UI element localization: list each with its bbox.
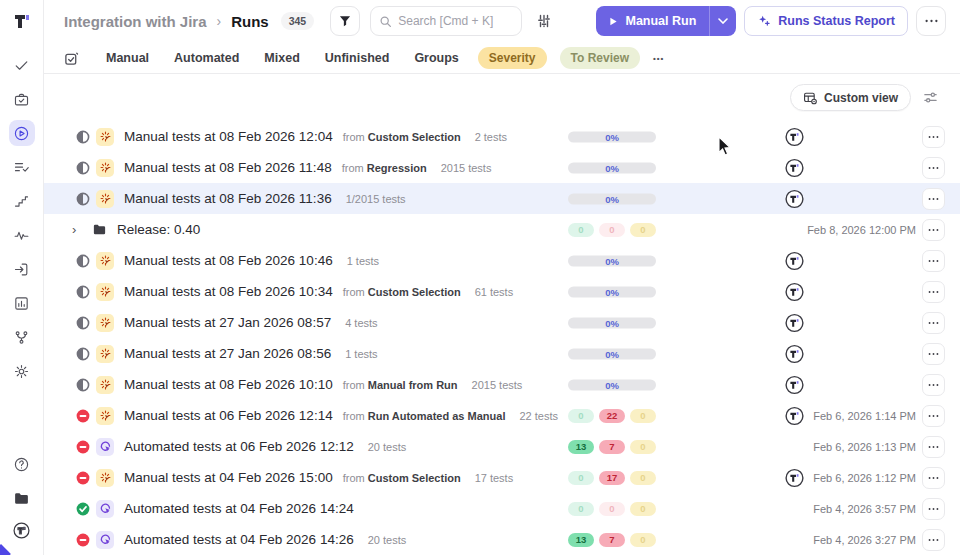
row-menu-button[interactable] — [922, 157, 945, 179]
run-row[interactable]: Manual tests at 04 Feb 2026 15:00from Cu… — [44, 462, 960, 493]
progress-bar: 0% — [568, 131, 656, 142]
help-circle-icon — [13, 456, 30, 473]
gear-icon — [13, 363, 30, 380]
user-avatar[interactable] — [9, 517, 35, 543]
filter-to-review[interactable]: To Review — [560, 47, 640, 69]
assignee-avatar — [785, 375, 804, 394]
assignee-avatar — [785, 344, 804, 363]
filter-button[interactable] — [330, 6, 360, 36]
row-menu-button[interactable] — [922, 219, 945, 241]
run-row[interactable]: Manual tests at 08 Feb 2026 12:04from Cu… — [44, 121, 960, 152]
sidebar-item-settings[interactable] — [9, 358, 35, 384]
row-menu-button[interactable] — [922, 529, 945, 551]
row-menu-button[interactable] — [922, 436, 945, 458]
tab-automated[interactable]: Automated — [168, 47, 245, 69]
tab-manual[interactable]: Manual — [100, 47, 155, 69]
stairs-icon — [13, 193, 30, 210]
ellipsis-icon — [928, 445, 939, 449]
tab-unfinished[interactable]: Unfinished — [319, 47, 396, 69]
sidebar-item-tests[interactable] — [9, 52, 35, 78]
ellipsis-icon — [928, 352, 939, 356]
sidebar-item-analytics[interactable] — [9, 222, 35, 248]
run-title: Automated tests at 04 Feb 2026 14:24 — [124, 501, 354, 516]
green-count-pill: 0 — [568, 471, 594, 485]
run-row[interactable]: Manual tests at 27 Jan 2026 08:574 tests… — [44, 307, 960, 338]
sidebar-item-branches[interactable] — [9, 324, 35, 350]
sliders-icon[interactable] — [923, 90, 938, 105]
assignee-avatar — [785, 406, 804, 425]
search-box[interactable] — [370, 6, 522, 36]
tests-count: 4 tests — [345, 317, 377, 329]
run-row[interactable]: Automated tests at 04 Feb 2026 14:2620 t… — [44, 524, 960, 555]
runs-status-report-button[interactable]: Runs Status Report — [744, 6, 908, 36]
row-menu-button[interactable] — [922, 312, 945, 334]
green-count-pill: 0 — [568, 223, 594, 237]
search-icon — [379, 15, 392, 28]
row-menu-button[interactable] — [922, 467, 945, 489]
green-count-pill: 0 — [568, 502, 594, 516]
run-row[interactable]: Manual tests at 08 Feb 2026 11:361/2015 … — [44, 183, 960, 214]
ellipsis-icon — [928, 476, 939, 480]
select-all-icon[interactable] — [64, 51, 79, 66]
progress-bar: 0% — [568, 379, 656, 390]
row-menu-button[interactable] — [922, 188, 945, 210]
header-more-button[interactable] — [916, 6, 946, 36]
run-results: 1370 — [568, 533, 656, 547]
run-row[interactable]: Manual tests at 08 Feb 2026 10:461 tests… — [44, 245, 960, 276]
breadcrumb-page-title: Runs — [231, 13, 269, 30]
row-menu-button[interactable] — [922, 281, 945, 303]
run-row[interactable]: Manual tests at 27 Jan 2026 08:561 tests… — [44, 338, 960, 369]
status-failed-icon — [76, 409, 90, 423]
tests-count: 1 tests — [345, 348, 377, 360]
run-row[interactable]: Manual tests at 08 Feb 2026 10:34from Cu… — [44, 276, 960, 307]
run-results: 0220 — [568, 409, 656, 423]
row-menu-button[interactable] — [922, 405, 945, 427]
manual-run-icon — [96, 407, 114, 425]
run-row[interactable]: Manual tests at 08 Feb 2026 11:48from Re… — [44, 152, 960, 183]
filters-more-button[interactable]: ••• — [653, 54, 664, 63]
row-menu-button[interactable] — [922, 343, 945, 365]
run-title: Manual tests at 08 Feb 2026 10:34 — [124, 284, 333, 299]
run-date: Feb 6, 2026 1:13 PM — [813, 441, 916, 453]
automated-run-icon — [96, 500, 114, 518]
sidebar-item-reports[interactable] — [9, 290, 35, 316]
run-row[interactable]: Manual tests at 06 Feb 2026 12:14from Ru… — [44, 400, 960, 431]
sidebar-item-steps[interactable] — [9, 188, 35, 214]
yellow-count-pill: 0 — [630, 223, 656, 237]
ellipsis-icon — [928, 507, 939, 511]
manual-run-button[interactable]: Manual Run — [596, 6, 736, 36]
assignee-avatar — [785, 282, 804, 301]
manual-run-dropdown[interactable] — [709, 6, 736, 36]
chevron-right-icon[interactable]: › — [72, 222, 84, 237]
manual-run-icon — [96, 283, 114, 301]
run-source: from Custom Selection — [343, 131, 461, 143]
tab-mixed[interactable]: Mixed — [258, 47, 305, 69]
sidebar-item-runs[interactable] — [9, 120, 35, 146]
check-icon — [13, 57, 30, 74]
row-menu-button[interactable] — [922, 374, 945, 396]
sidebar-item-help[interactable] — [9, 451, 35, 477]
ellipsis-icon — [925, 19, 938, 23]
row-menu-button[interactable] — [922, 126, 945, 148]
sidebar-item-suites[interactable] — [9, 86, 35, 112]
adjustments-icon[interactable] — [536, 13, 552, 29]
row-menu-button[interactable] — [922, 250, 945, 272]
run-title: Manual tests at 08 Feb 2026 11:48 — [124, 160, 332, 175]
breadcrumb-project[interactable]: Integration with Jira — [64, 13, 207, 30]
app-logo-icon — [10, 10, 34, 34]
run-row[interactable]: Manual tests at 08 Feb 2026 10:10from Ma… — [44, 369, 960, 400]
manual-run-icon — [96, 252, 114, 270]
filter-severity[interactable]: Severity — [478, 47, 547, 69]
search-input[interactable] — [398, 14, 513, 28]
run-row[interactable]: Automated tests at 04 Feb 2026 14:24000F… — [44, 493, 960, 524]
tab-groups[interactable]: Groups — [408, 47, 464, 69]
bar-chart-icon — [13, 295, 30, 312]
group-row[interactable]: ›Release: 0.40000Feb 8, 2026 12:00 PM — [44, 214, 960, 245]
sidebar-item-import[interactable] — [9, 256, 35, 282]
sidebar-item-projects[interactable] — [9, 485, 35, 511]
sidebar-item-plans[interactable] — [9, 154, 35, 180]
manual-run-icon — [96, 469, 114, 487]
row-menu-button[interactable] — [922, 498, 945, 520]
custom-view-button[interactable]: Custom view — [790, 84, 911, 111]
run-row[interactable]: Automated tests at 06 Feb 2026 12:1220 t… — [44, 431, 960, 462]
